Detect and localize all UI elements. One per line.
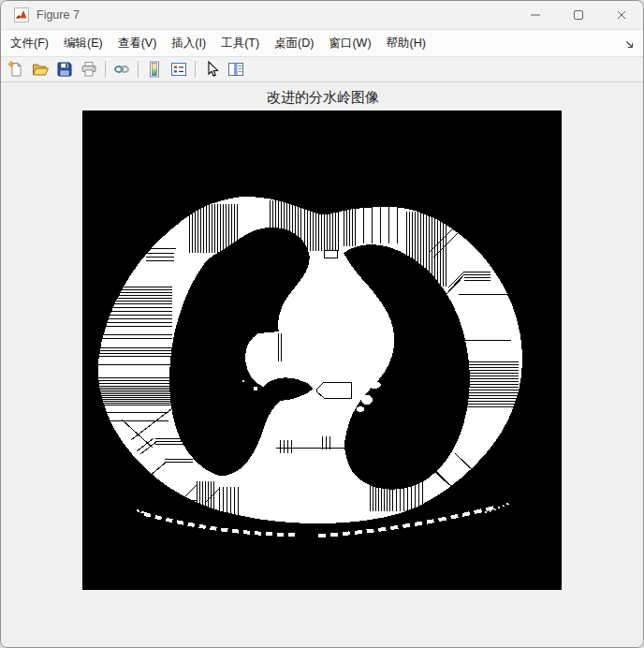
menubar: 文件(F) 编辑(E) 查看(V) 插入(I) 工具(T) 桌面(D) 窗口(W…	[1, 29, 643, 57]
matlab-icon	[14, 7, 29, 22]
open-folder-icon	[31, 60, 50, 79]
edit-plot-button[interactable]	[199, 59, 224, 81]
close-icon	[616, 9, 627, 21]
new-document-icon	[7, 60, 25, 79]
cursor-arrow-icon	[202, 60, 221, 79]
legend-icon	[169, 60, 188, 79]
printer-icon	[80, 60, 98, 79]
figure-title: 改进的分水岭图像	[1, 89, 644, 107]
menu-item-window[interactable]: 窗口(W)	[321, 31, 378, 55]
menu-item-edit[interactable]: 编辑(E)	[56, 31, 110, 55]
open-file-button[interactable]	[28, 59, 52, 81]
print-figure-button[interactable]	[77, 59, 101, 81]
save-figure-button[interactable]	[52, 59, 77, 81]
toolbar-separator	[138, 61, 139, 78]
figure-canvas: 改进的分水岭图像	[1, 82, 643, 648]
colorbar-icon	[145, 60, 164, 79]
menu-item-desktop[interactable]: 桌面(D)	[267, 31, 321, 55]
titlebar: Figure 7	[1, 1, 643, 29]
link-plot-button[interactable]	[110, 59, 134, 81]
menu-item-help[interactable]: 帮助(H)	[379, 31, 433, 55]
property-panel-icon	[227, 60, 245, 79]
menu-item-view[interactable]: 查看(V)	[110, 31, 165, 55]
minimize-button[interactable]	[514, 1, 557, 29]
chain-link-icon	[112, 60, 131, 79]
window-title: Figure 7	[37, 8, 80, 22]
floppy-disk-icon	[55, 60, 74, 79]
minimize-icon	[530, 9, 541, 21]
new-figure-button[interactable]	[4, 59, 28, 81]
maximize-icon	[573, 9, 584, 21]
watershed-image[interactable]	[82, 110, 562, 590]
insert-legend-button[interactable]	[167, 59, 191, 81]
toolbar-separator	[105, 61, 106, 78]
menu-item-insert[interactable]: 插入(I)	[164, 31, 213, 55]
maximize-button[interactable]	[557, 1, 600, 29]
dock-arrow-icon[interactable]	[624, 37, 636, 54]
watershed-segmentation-svg	[82, 110, 562, 590]
close-button[interactable]	[600, 1, 643, 29]
toolbar	[1, 57, 643, 82]
menu-item-tools[interactable]: 工具(T)	[213, 31, 267, 55]
insert-colorbar-button[interactable]	[142, 59, 167, 81]
figure-window: Figure 7 文件(F) 编辑(E) 查看(V) 插入(I) 工具(T) 桌…	[0, 0, 644, 648]
toolbar-separator	[195, 61, 196, 78]
menu-item-file[interactable]: 文件(F)	[3, 31, 56, 55]
property-inspector-button[interactable]	[224, 59, 248, 81]
window-controls	[514, 1, 643, 29]
